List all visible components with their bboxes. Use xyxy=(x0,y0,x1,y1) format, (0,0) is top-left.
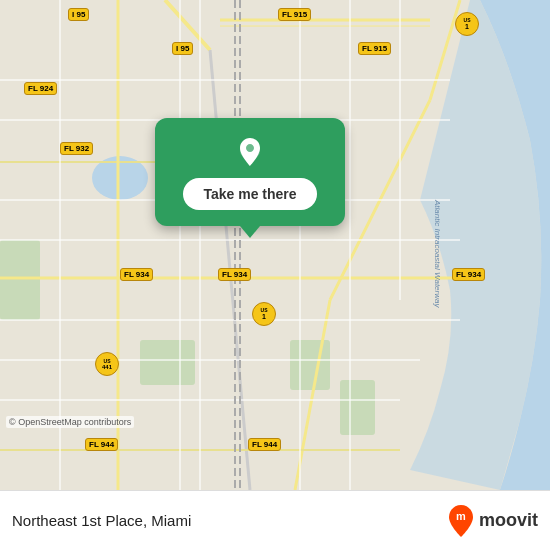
svg-text:m: m xyxy=(456,510,466,522)
attribution-text: © OpenStreetMap contributors xyxy=(6,416,134,428)
highway-badge-fl944-left: FL 944 xyxy=(85,438,118,451)
popup-card: Take me there xyxy=(155,118,345,226)
location-name: Northeast 1st Place, Miami xyxy=(12,512,447,529)
highway-badge-fl934-center: FL 934 xyxy=(218,268,251,281)
highway-badge-fl915-top: FL 915 xyxy=(278,8,311,21)
moovit-logo: m moovit xyxy=(447,505,538,537)
highway-badge-us441: US 441 xyxy=(95,352,119,376)
highway-badge-i95-top: I 95 xyxy=(68,8,89,21)
highway-badge-us1-center: US 1 xyxy=(252,302,276,326)
highway-badge-fl915-2: FL 915 xyxy=(358,42,391,55)
highway-badge-fl924: FL 924 xyxy=(24,82,57,95)
bottom-bar: Northeast 1st Place, Miami m moovit xyxy=(0,490,550,550)
location-pin-icon xyxy=(232,134,268,170)
moovit-pin-icon: m xyxy=(447,505,475,537)
svg-rect-4 xyxy=(290,340,330,390)
highway-badge-fl934-right: FL 934 xyxy=(452,268,485,281)
highway-badge-fl944-right: FL 944 xyxy=(248,438,281,451)
svg-rect-3 xyxy=(140,340,195,385)
svg-text:Atlantic Intracoastal Waterway: Atlantic Intracoastal Waterway xyxy=(433,199,442,308)
highway-badge-i95-2: I 95 xyxy=(172,42,193,55)
svg-rect-5 xyxy=(340,380,375,435)
highway-badge-us1-top: US 1 xyxy=(455,12,479,36)
map-container: Atlantic Intracoastal Waterway I 95 FL 9… xyxy=(0,0,550,490)
moovit-text: moovit xyxy=(479,510,538,531)
take-me-there-button[interactable]: Take me there xyxy=(183,178,316,210)
highway-badge-fl932: FL 932 xyxy=(60,142,93,155)
highway-badge-fl934-left: FL 934 xyxy=(120,268,153,281)
svg-rect-2 xyxy=(0,240,40,320)
